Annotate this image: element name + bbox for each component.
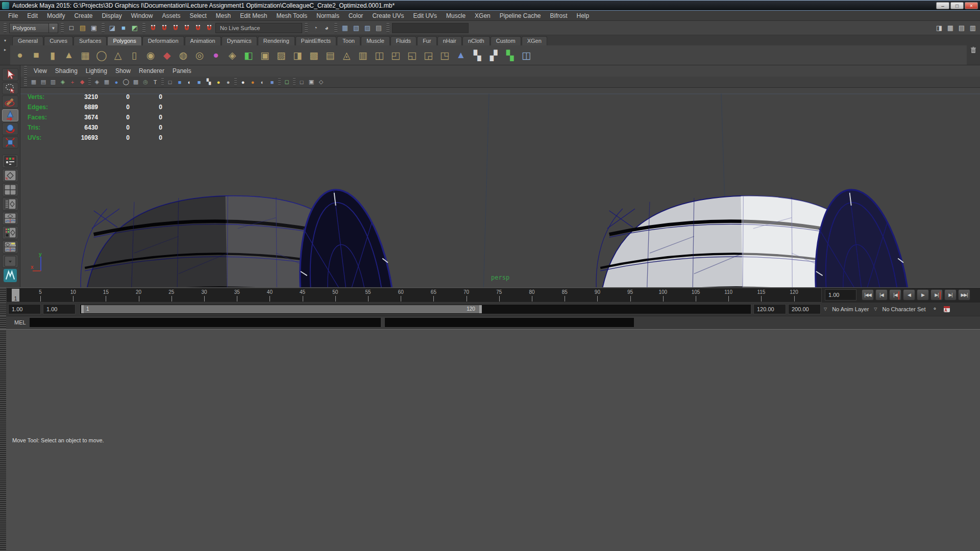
viewport-canvas[interactable]: Verts:321000Edges:688900Faces:367400Tris… bbox=[20, 88, 980, 287]
image-plane-icon[interactable]: ◈ bbox=[58, 78, 67, 87]
menu-xgen[interactable]: XGen bbox=[471, 11, 495, 20]
spin-edge-icon[interactable]: ◰ bbox=[388, 47, 403, 63]
shelf-tab-fur[interactable]: Fur bbox=[417, 36, 437, 45]
shelf-tab-animation[interactable]: Animation bbox=[185, 36, 221, 45]
character-set-selector[interactable]: No Character Set bbox=[880, 306, 927, 312]
menu-layout-selector[interactable] bbox=[2, 155, 18, 168]
gate-mask-icon[interactable]: ◯ bbox=[121, 78, 131, 87]
menu-assets[interactable]: Assets bbox=[158, 11, 184, 20]
isolate-select-icon[interactable]: ◻ bbox=[282, 78, 291, 87]
shelf-tab-toon[interactable]: Toon bbox=[337, 36, 360, 45]
menu-edit-mesh[interactable]: Edit Mesh bbox=[236, 11, 271, 20]
motion-blur-icon[interactable]: ● bbox=[248, 78, 257, 87]
new-scene-icon[interactable]: □ bbox=[66, 23, 77, 33]
poly-sphere-icon[interactable]: ● bbox=[12, 47, 28, 63]
poly-cylinder-icon[interactable]: ▮ bbox=[45, 47, 60, 63]
more-layouts[interactable] bbox=[2, 255, 18, 268]
panel-toolbar-grip[interactable] bbox=[24, 77, 27, 87]
menu-mesh-tools[interactable]: Mesh Tools bbox=[273, 11, 311, 20]
grease-pencil-icon[interactable]: ◆ bbox=[78, 78, 87, 87]
playback-range-bar[interactable]: 1 120 bbox=[81, 305, 480, 313]
current-frame-marker[interactable]: 1 bbox=[12, 289, 19, 302]
rotate-tool[interactable] bbox=[2, 122, 18, 135]
panel-menu-show[interactable]: Show bbox=[111, 66, 135, 76]
poly-torus-icon[interactable]: ◯ bbox=[94, 47, 109, 63]
input-operations-icon[interactable]: ◔ bbox=[310, 23, 321, 33]
wedge-face-icon[interactable]: ◲ bbox=[421, 47, 436, 63]
panel-menu-view[interactable]: View bbox=[30, 66, 51, 76]
menu-window[interactable]: Window bbox=[127, 11, 157, 20]
menu-help[interactable]: Help bbox=[573, 11, 594, 20]
menu-create[interactable]: Create bbox=[70, 11, 96, 20]
uv-editor-icon[interactable]: ◫ bbox=[519, 47, 534, 63]
fill-hole-icon[interactable]: ◨ bbox=[290, 47, 305, 63]
ambient-occlusion-icon[interactable]: ● bbox=[238, 78, 248, 87]
menu-mesh[interactable]: Mesh bbox=[212, 11, 235, 20]
crease-tool-icon[interactable]: ◫ bbox=[372, 47, 387, 63]
shaded-display-icon[interactable]: ■ bbox=[175, 78, 184, 87]
scale-tool[interactable] bbox=[2, 136, 18, 149]
poly-smooth-icon[interactable]: ◍ bbox=[176, 47, 191, 63]
menu-edit[interactable]: Edit bbox=[23, 11, 42, 20]
help-line-grip[interactable] bbox=[0, 330, 6, 551]
shelf-item-menu-icon[interactable]: ▸ bbox=[2, 46, 9, 53]
menu-select[interactable]: Select bbox=[185, 11, 210, 20]
anim-layer-selector[interactable]: No Anim Layer bbox=[830, 306, 871, 312]
resolution-gate-icon[interactable]: ● bbox=[112, 78, 121, 87]
ipr-render-icon[interactable]: ▨ bbox=[362, 23, 373, 33]
auto-keyframe-icon[interactable] bbox=[942, 304, 952, 314]
shelf-tab-curves[interactable]: Curves bbox=[44, 36, 73, 45]
make-object-live-icon[interactable] bbox=[204, 23, 214, 33]
range-slider-track[interactable]: 1 120 bbox=[80, 304, 751, 314]
textured-display-icon[interactable]: ◐ bbox=[185, 78, 194, 87]
shelf-tab-polygons[interactable]: Polygons bbox=[107, 36, 141, 45]
open-scene-icon[interactable]: ▤ bbox=[78, 23, 88, 33]
extract-face-icon[interactable]: ◧ bbox=[241, 47, 256, 63]
shelf-tab-menu-icon[interactable]: ▾ bbox=[2, 37, 9, 44]
shelf-tab-general[interactable]: General bbox=[12, 36, 43, 45]
select-camera-icon[interactable]: ▦ bbox=[29, 78, 38, 87]
safe-title-icon[interactable]: T bbox=[151, 78, 160, 87]
menu-normals[interactable]: Normals bbox=[312, 11, 344, 20]
uv-cylindrical-map-icon[interactable]: ▞ bbox=[486, 47, 501, 63]
poly-pipe-icon[interactable]: ▯ bbox=[127, 47, 142, 63]
character-set-dropdown-icon[interactable]: ▽ bbox=[873, 307, 878, 311]
multisample-aa-icon[interactable]: ◐ bbox=[258, 78, 267, 87]
cleanup-icon[interactable]: ▤ bbox=[323, 47, 338, 63]
camera-attributes-icon[interactable]: ▤ bbox=[39, 78, 48, 87]
play-backwards-button[interactable]: ◀ bbox=[903, 289, 915, 300]
bevel-icon[interactable]: ◈ bbox=[225, 47, 240, 63]
single-pane-layout[interactable] bbox=[2, 169, 18, 182]
shelf-tab-dynamics[interactable]: Dynamics bbox=[222, 36, 257, 45]
panel-menu-shading[interactable]: Shading bbox=[51, 66, 82, 76]
quadrangulate-icon[interactable]: ▥ bbox=[355, 47, 371, 63]
2d-pan-zoom-icon[interactable]: + bbox=[68, 78, 77, 87]
shelf-tab-painteffects[interactable]: PaintEffects bbox=[296, 36, 337, 45]
triangulate-icon[interactable]: ◬ bbox=[339, 47, 354, 63]
save-scene-icon[interactable]: ▣ bbox=[89, 23, 99, 33]
mirror-geometry-icon[interactable]: ◳ bbox=[437, 47, 452, 63]
playback-start-field[interactable]: 1.00 bbox=[43, 304, 76, 314]
film-gate-icon[interactable]: ▦ bbox=[102, 78, 111, 87]
menu-display[interactable]: Display bbox=[97, 11, 126, 20]
step-back-frame-button[interactable]: |◀ bbox=[875, 289, 888, 300]
use-all-lights-icon[interactable]: ■ bbox=[194, 78, 204, 87]
shelf-tab-nhair[interactable]: nHair bbox=[437, 36, 462, 45]
sculpt-tool-icon[interactable]: ▲ bbox=[453, 47, 469, 63]
play-forwards-button[interactable]: ▶ bbox=[917, 289, 929, 300]
poly-plane-icon[interactable]: ▦ bbox=[78, 47, 93, 63]
xray-display-icon[interactable]: □ bbox=[297, 78, 306, 87]
field-chart-icon[interactable]: ▩ bbox=[131, 78, 140, 87]
tool-settings-toggle-icon[interactable]: ▦ bbox=[945, 23, 955, 33]
select-by-object-icon[interactable]: ■ bbox=[118, 23, 129, 33]
set-key-icon[interactable]: ⚬ bbox=[929, 304, 940, 314]
smooth-preview-icon[interactable]: ● bbox=[208, 47, 224, 63]
hypershade-persp-layout[interactable] bbox=[2, 226, 18, 239]
poly-platonic-icon[interactable]: ◉ bbox=[143, 47, 158, 63]
open-render-view-icon[interactable]: ▦ bbox=[340, 23, 350, 33]
output-operations-icon[interactable]: ◕ bbox=[322, 23, 332, 33]
snap-to-view-planes-icon[interactable] bbox=[193, 23, 203, 33]
group-grip[interactable] bbox=[386, 23, 389, 33]
grid-toggle-icon[interactable]: ◈ bbox=[92, 78, 102, 87]
quick-selection-input[interactable] bbox=[392, 23, 469, 33]
